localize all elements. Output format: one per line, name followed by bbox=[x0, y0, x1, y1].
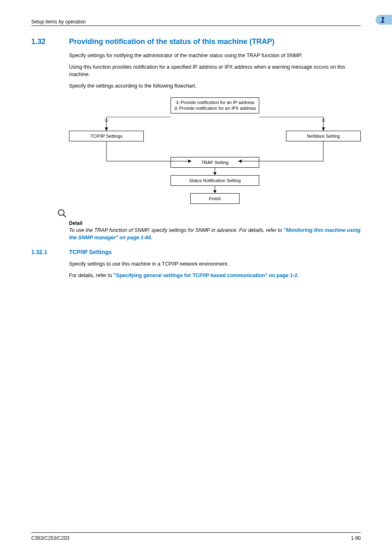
section-title: Providing notification of the status of … bbox=[69, 37, 274, 46]
flow-box-netware: NetWare Setting bbox=[286, 131, 361, 141]
header-rule bbox=[31, 25, 361, 26]
flow-text: ① Provide notification for an IP address bbox=[173, 99, 256, 106]
arrow-down-icon bbox=[171, 186, 259, 193]
subsection-heading: 1.32.1 TCP/IP Settings bbox=[31, 249, 361, 255]
detail-text-pre: To use the TRAP function of SNMP, specif… bbox=[69, 227, 284, 233]
footer-rule bbox=[31, 532, 361, 533]
magnifier-icon bbox=[58, 209, 361, 220]
detail-note: Detail To use the TRAP function of SNMP,… bbox=[69, 209, 361, 241]
para: Specify settings to use this machine in … bbox=[69, 260, 361, 268]
flow-box-finish: Finish bbox=[190, 193, 240, 204]
page-footer: C353/C253/C203 1-90 bbox=[31, 532, 361, 541]
para-text-pre: For details, refer to bbox=[69, 273, 113, 278]
footer-row: C353/C253/C203 1-90 bbox=[31, 535, 361, 541]
subsection-body: Specify settings to use this machine in … bbox=[69, 260, 361, 279]
para: For details, refer to "Specifying genera… bbox=[69, 272, 361, 279]
footer-model: C353/C253/C203 bbox=[31, 535, 69, 541]
arrow-down-icon bbox=[171, 168, 259, 175]
flow-center-column: TRAP Setting Status Notification Setting… bbox=[171, 157, 259, 204]
svg-marker-16 bbox=[213, 172, 217, 175]
detail-text-post: . bbox=[151, 235, 152, 240]
svg-line-20 bbox=[63, 215, 66, 217]
section-heading: 1.32 Providing notification of the statu… bbox=[31, 37, 361, 46]
footer-page-number: 1-90 bbox=[351, 535, 361, 541]
para: Using this function provides notificatio… bbox=[69, 63, 361, 78]
running-header: Setup items by operation bbox=[31, 19, 86, 25]
page: Setup items by operation 1 1.32 Providin… bbox=[0, 0, 392, 555]
flow-branch-row: TCP/IP Settings NetWare Setting bbox=[69, 131, 361, 141]
svg-marker-8 bbox=[322, 127, 325, 131]
para: Specify settings for notifying the admin… bbox=[69, 52, 361, 59]
flow-branch-label-left: ① bbox=[104, 118, 108, 123]
chapter-number-tab: 1 bbox=[376, 15, 392, 25]
flow-right-column: NetWare Setting bbox=[286, 131, 361, 141]
flow-left-column: TCP/IP Settings bbox=[69, 131, 144, 141]
subsection-number: 1.32.1 bbox=[31, 249, 58, 255]
flow-box-status: Status Notification Setting bbox=[171, 175, 259, 186]
section-number: 1.32 bbox=[31, 37, 58, 46]
flowchart: ① Provide notification for an IP address… bbox=[69, 97, 361, 204]
page-header: Setup items by operation 1 bbox=[31, 15, 361, 25]
cross-ref-link[interactable]: "Specifying general settings for TCP/IP-… bbox=[113, 273, 297, 278]
section-body: Specify settings for notifying the admin… bbox=[69, 52, 361, 204]
para: Specify the settings according to the fo… bbox=[69, 82, 361, 90]
flow-decision-box: ① Provide notification for an IP address… bbox=[171, 97, 259, 114]
svg-marker-18 bbox=[213, 190, 217, 193]
para-text-post: . bbox=[297, 273, 299, 278]
subsection-title: TCP/IP Settings bbox=[69, 249, 112, 255]
detail-body: To use the TRAP function of SNMP, specif… bbox=[69, 227, 361, 241]
flow-box-tcpip: TCP/IP Settings bbox=[69, 131, 144, 141]
flow-text: ② Provide notification for an IPX addres… bbox=[173, 105, 256, 111]
flow-branch-label-right: ② bbox=[321, 118, 325, 123]
flow-box-trap: TRAP Setting bbox=[171, 157, 259, 168]
detail-heading: Detail bbox=[69, 220, 361, 226]
svg-marker-7 bbox=[105, 127, 108, 131]
flow-connector: ① ② bbox=[69, 117, 361, 131]
